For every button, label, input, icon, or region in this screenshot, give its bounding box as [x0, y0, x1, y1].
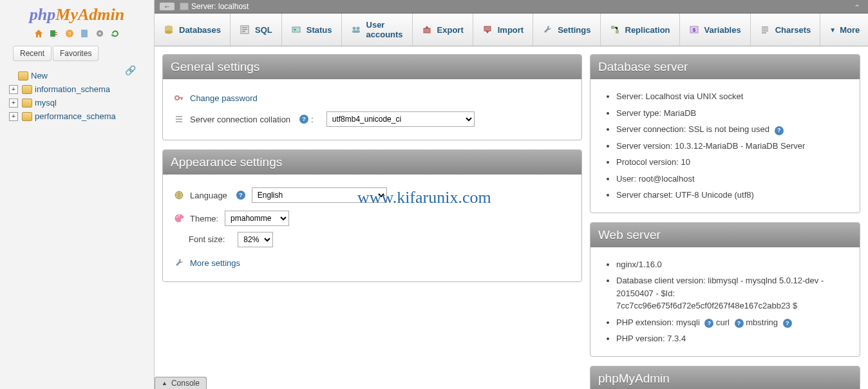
logout-icon[interactable] [49, 28, 59, 39]
info-item: PHP version: 7.3.4 [616, 330, 849, 347]
svg-point-8 [165, 31, 173, 34]
tree-db-item[interactable]: + performance_schema [6, 109, 147, 123]
svg-point-11 [294, 29, 296, 31]
status-icon [291, 24, 301, 35]
svg-point-12 [352, 27, 355, 30]
svg-rect-16 [484, 26, 491, 31]
console-label: Console [171, 379, 200, 388]
change-password-link[interactable]: Change password [190, 93, 258, 103]
db-label: mysql [35, 98, 57, 108]
expand-icon[interactable]: + [9, 112, 18, 121]
info-item: Server type: MariaDB [616, 105, 849, 122]
database-icon [22, 85, 32, 94]
expand-icon[interactable]: + [9, 99, 18, 108]
collation-icon [173, 113, 185, 125]
logo-php: php [30, 5, 55, 24]
svg-rect-15 [424, 28, 430, 33]
tab-charsets[interactable]: Charsets [751, 14, 821, 46]
tab-databases[interactable]: Databases [155, 14, 231, 46]
language-row: Language ? English [173, 184, 571, 207]
more-settings-link[interactable]: More settings [190, 258, 240, 268]
info-item: Database client version: libmysql - mysq… [616, 272, 849, 314]
language-select[interactable]: English [252, 187, 387, 203]
svg-point-5 [99, 32, 101, 35]
fontsize-select[interactable]: 82% [238, 232, 273, 247]
tab-export[interactable]: Export [413, 14, 473, 46]
db-label: information_schema [35, 84, 110, 94]
tab-settings[interactable]: Settings [533, 14, 600, 46]
content-area: General settings Change password Server … [155, 46, 868, 389]
database-icon [22, 99, 32, 108]
settings-gear-icon[interactable] [95, 28, 105, 39]
database-server-panel: Database server Server: Localhost via UN… [590, 54, 860, 213]
help-icon[interactable]: ? [775, 126, 784, 135]
tab-replication[interactable]: Replication [601, 14, 680, 46]
docs-icon[interactable]: ? [64, 28, 75, 39]
expand-icon[interactable]: + [9, 85, 18, 94]
svg-rect-14 [352, 30, 360, 33]
sql-docs-icon[interactable] [79, 28, 90, 39]
language-label: Language [190, 191, 227, 200]
tab-import[interactable]: Import [473, 14, 533, 46]
app-root: phpMyAdmin ? Recent Favorites 🔗 New + [0, 0, 868, 389]
svg-point-21 [175, 96, 179, 100]
server-icon [180, 3, 189, 10]
page-settings-icon[interactable]: ⌃ [854, 3, 860, 12]
collation-select[interactable]: utf8mb4_unicode_ci [326, 111, 475, 127]
tab-users[interactable]: User accounts [342, 14, 413, 46]
theme-icon [173, 213, 185, 224]
logo[interactable]: phpMyAdmin [0, 0, 154, 26]
svg-text:?: ? [68, 31, 71, 37]
panel-title: General settings [163, 55, 581, 79]
chevron-up-icon: ▲ [162, 380, 167, 386]
appearance-settings-panel: Appearance settings Language ? English [162, 149, 582, 282]
theme-select[interactable]: pmahomme [225, 211, 289, 226]
info-item: PHP extension: mysqli ? curl ? mbstring … [616, 314, 849, 331]
panel-title: phpMyAdmin [590, 366, 860, 390]
console-toggle[interactable]: ▲ Console [155, 377, 207, 389]
database-icon [18, 71, 28, 81]
help-icon[interactable]: ? [783, 319, 792, 328]
tree-db-item[interactable]: + information_schema [6, 82, 147, 96]
main-area: ← Server: localhost ⌃ Databases SQL Stat… [155, 0, 868, 389]
link-icon[interactable]: 🔗 [125, 65, 136, 75]
panel-title: Database server [590, 55, 860, 79]
database-icon [22, 112, 32, 121]
help-icon[interactable]: ? [735, 319, 744, 328]
help-icon[interactable]: ? [704, 319, 713, 328]
more-settings-row: More settings [173, 253, 571, 272]
phpmyadmin-panel: phpMyAdmin Version information: 4.8.5 Do… [590, 366, 860, 390]
info-item: Server charset: UTF-8 Unicode (utf8) [616, 187, 849, 204]
svg-point-13 [356, 27, 359, 30]
breadcrumb-server-value[interactable]: localhost [218, 2, 249, 11]
collation-row: Server connection collation ? : utf8mb4_… [173, 108, 571, 131]
help-icon[interactable]: ? [236, 191, 245, 200]
tree-db-item[interactable]: + mysql [6, 96, 147, 109]
svg-rect-18 [616, 30, 619, 33]
tab-more[interactable]: ▼More [820, 14, 868, 46]
home-icon[interactable] [33, 28, 44, 39]
tab-status[interactable]: Status [282, 14, 342, 46]
help-icon[interactable]: ? [299, 115, 308, 124]
info-item: Server version: 10.3.12-MariaDB - MariaD… [616, 138, 849, 155]
tab-favorites[interactable]: Favorites [53, 46, 99, 61]
logo-admin: Admin [78, 5, 124, 24]
fontsize-row: Font size: 82% [189, 230, 571, 249]
info-item: nginx/1.16.0 [616, 256, 849, 273]
navigation-sidebar: phpMyAdmin ? Recent Favorites 🔗 New + [0, 0, 155, 389]
collation-label: Server connection collation [190, 115, 290, 124]
wrench-icon [173, 257, 185, 269]
web-server-panel: Web server nginx/1.16.0 Database client … [590, 222, 860, 357]
db-label: performance_schema [35, 111, 116, 121]
tree-new-db[interactable]: New [6, 69, 125, 82]
svg-text:$: $ [692, 27, 695, 33]
tab-variables[interactable]: $Variables [680, 14, 751, 46]
theme-row: Theme: pmahomme [173, 207, 571, 230]
tab-sql[interactable]: SQL [231, 14, 282, 46]
replication-icon [610, 24, 620, 35]
svg-point-23 [176, 216, 178, 218]
reload-icon[interactable] [110, 28, 120, 39]
tab-recent[interactable]: Recent [13, 46, 52, 61]
collapse-nav-icon[interactable]: ← [160, 3, 175, 10]
theme-label: Theme: [190, 214, 218, 223]
